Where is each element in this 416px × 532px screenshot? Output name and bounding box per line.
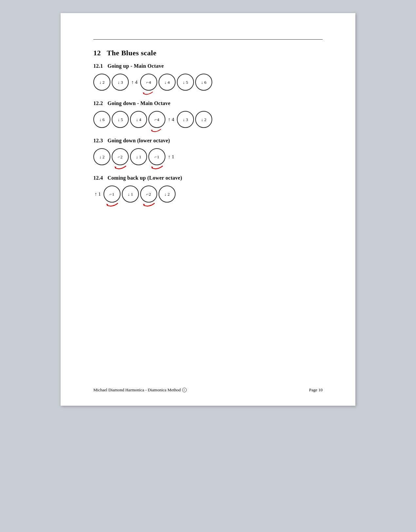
note-circle-b1b: ⌐1 — [104, 186, 121, 203]
subsection-12-4: 12.4Coming back up (Lower octave) ↑ 1 ⌐1… — [93, 175, 323, 203]
note-wrapper: ↓ 2 — [93, 74, 110, 91]
note-circle-b2b: ⌐2 — [140, 186, 157, 203]
note-wrapper: ↓ 4 — [130, 111, 147, 128]
page-number: Page 10 — [309, 387, 323, 393]
subsection-num: 12.3 — [93, 138, 103, 143]
note-circle-d5: ↓ 5 — [177, 74, 194, 91]
note-wrapper: ↓ 2 — [159, 186, 176, 203]
section-number: 12 — [93, 49, 101, 57]
note-circle-d1: ↓ 1 — [130, 148, 147, 165]
subsection-num: 12.4 — [93, 175, 103, 181]
note-row-12-4: ↑ 1 ⌐1 ↓ 1 ⌐2 — [93, 186, 323, 203]
footer-text: Michael Diamond Harmonica - Diamonica Me… — [93, 387, 181, 393]
note-circle-d2b: ↓ 2 — [195, 111, 212, 128]
subsection-title-12-3: 12.3Going down (lower octave) — [93, 138, 323, 144]
note-row-12-1: ↓ 2 ↓ 3 ↑ 4 ⌐4 — [93, 74, 323, 91]
section-title: 12The Blues scale — [93, 49, 323, 57]
note-circle-d6b: ↓ 6 — [93, 111, 110, 128]
subsection-title-12-4: 12.4Coming back up (Lower octave) — [93, 175, 323, 181]
note-circle-d2c: ↓ 2 — [93, 148, 110, 165]
note-wrapper: ⌐2 — [112, 148, 129, 165]
subsection-12-3: 12.3Going down (lower octave) ↓ 2 ⌐2 — [93, 138, 323, 165]
footer-left: Michael Diamond Harmonica - Diamonica Me… — [93, 387, 187, 393]
note-wrapper: ↓ 2 — [195, 111, 212, 128]
note-wrapper: ⌐4 — [148, 111, 165, 128]
subsection-heading: Coming back up (Lower octave) — [107, 175, 182, 181]
note-circle-b4b: ⌐4 — [148, 111, 165, 128]
note-circle-d5b: ↓ 5 — [112, 111, 129, 128]
note-wrapper: ↓ 1 — [122, 186, 139, 203]
subsection-num: 12.1 — [93, 63, 103, 69]
red-arrow-svg-5 — [105, 203, 119, 207]
note-wrapper: ↓ 3 — [177, 111, 194, 128]
note-wrapper: ↓ 2 — [93, 148, 110, 165]
note-circle-b2: ⌐2 — [112, 148, 129, 165]
note-circle-d4b: ↓ 4 — [130, 111, 147, 128]
subsection-heading: Going down - Main Octave — [107, 100, 170, 106]
subsection-num: 12.2 — [93, 100, 103, 106]
note-circle-d2: ↓ 2 — [93, 74, 110, 91]
copyright-icon: c — [182, 388, 187, 392]
note-row-12-3: ↓ 2 ⌐2 ↓ 1 ⌐1 — [93, 148, 323, 165]
note-wrapper: ↓ 6 — [93, 111, 110, 128]
red-arrow-svg-2 — [150, 129, 161, 133]
footer: Michael Diamond Harmonica - Diamonica Me… — [93, 387, 323, 393]
subsection-12-1: 12.1Going up - Main Octave ↓ 2 ↓ 3 ↑ 4 ⌐… — [93, 63, 323, 91]
note-wrapper: ↓ 5 — [177, 74, 194, 91]
red-arrow-svg-6 — [142, 203, 155, 207]
subsection-title-12-2: 12.2Going down - Main Octave — [93, 100, 323, 106]
subsection-heading: Going down (lower octave) — [107, 138, 170, 143]
red-arrow-svg — [142, 91, 153, 95]
red-arrow-svg-4 — [150, 165, 163, 170]
section-heading: The Blues scale — [107, 49, 157, 57]
note-circle-b1: ⌐1 — [148, 148, 165, 165]
note-circle-d4: ↓ 4 — [159, 74, 176, 91]
note-wrapper: ↓ 4 — [159, 74, 176, 91]
top-rule — [93, 39, 323, 40]
note-wrapper: ⌐2 — [140, 186, 157, 203]
note-wrapper: ⌐1 — [148, 148, 165, 165]
note-inline-u4: ↑ 4 — [131, 80, 138, 85]
note-wrapper: ⌐4 — [140, 74, 157, 91]
note-wrapper: ↓ 3 — [112, 74, 129, 91]
note-circle-d2d: ↓ 2 — [159, 186, 176, 203]
note-circle-d3: ↓ 3 — [112, 74, 129, 91]
note-circle-b4: ⌐4 — [140, 74, 157, 91]
page: 12The Blues scale 12.1Going up - Main Oc… — [61, 13, 355, 406]
note-wrapper: ↓ 5 — [112, 111, 129, 128]
note-circle-d6: ↓ 6 — [195, 74, 212, 91]
subsection-12-2: 12.2Going down - Main Octave ↓ 6 ↓ 5 ↓ 4 — [93, 100, 323, 128]
red-arrow-svg-3 — [114, 165, 127, 170]
note-wrapper: ↓ 6 — [195, 74, 212, 91]
note-inline-u1: ↑ 1 — [168, 154, 174, 160]
note-circle-d3b: ↓ 3 — [177, 111, 194, 128]
note-wrapper: ↓ 1 — [130, 148, 147, 165]
note-row-12-2: ↓ 6 ↓ 5 ↓ 4 ⌐4 — [93, 111, 323, 128]
note-inline-u1b: ↑ 1 — [95, 191, 101, 197]
note-circle-d1b: ↓ 1 — [122, 186, 139, 203]
subsection-heading: Going up - Main Octave — [107, 63, 164, 69]
note-wrapper: ⌐1 — [104, 186, 121, 203]
note-inline-u4b: ↑ 4 — [168, 117, 174, 122]
subsection-title-12-1: 12.1Going up - Main Octave — [93, 63, 323, 69]
